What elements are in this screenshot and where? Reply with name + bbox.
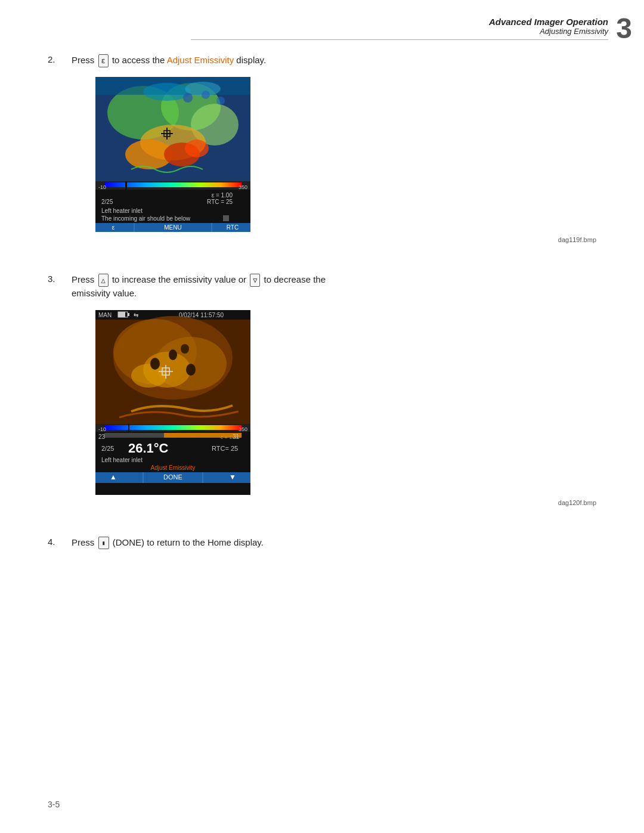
svg-rect-20	[125, 181, 127, 190]
step-2: 2. Press ε to access the Adjust Emissivi…	[48, 54, 596, 255]
svg-text:▲: ▲	[110, 473, 117, 481]
svg-text:RTC = 25: RTC = 25	[207, 199, 233, 205]
svg-point-14	[216, 97, 225, 105]
step3-suffix: emissivity value.	[72, 288, 137, 298]
image-block-1: -10 350 ε = 1.00 2/25 RTC = 25 Left heat…	[95, 77, 596, 243]
svg-text:Adjust Emissivity: Adjust Emissivity	[150, 465, 195, 471]
svg-text:ε = 1.00: ε = 1.00	[212, 192, 233, 199]
svg-text:-10: -10	[98, 184, 106, 190]
svg-rect-31	[223, 215, 229, 221]
chapter-title: Advanced Imager Operation	[489, 17, 608, 27]
chapter-subtitle: Adjusting Emissivity	[191, 27, 608, 36]
step-3-body: Press △ to increase the emissivity value…	[72, 273, 596, 518]
image-1-caption: dag119f.bmp	[95, 236, 596, 243]
svg-text:-10: -10	[98, 426, 106, 432]
svg-point-56	[181, 344, 189, 354]
step-3-text: Press △ to increase the emissivity value…	[72, 273, 596, 301]
svg-text:2/25: 2/25	[101, 445, 114, 452]
svg-text:Left heater inlet: Left heater inlet	[101, 457, 143, 463]
step-4-number: 4.	[48, 536, 72, 547]
svg-point-52	[131, 364, 167, 388]
svg-text:▼: ▼	[229, 473, 236, 481]
step2-suffix: display.	[236, 55, 266, 65]
svg-text:23: 23	[98, 433, 106, 440]
image-block-2: MAN ⇆ 0/02/14 11:57:50	[95, 310, 596, 506]
svg-text:ε = 1.00: ε = 1.00	[221, 434, 240, 440]
step-4-text: Press ▮ (DONE) to return to the Home dis…	[72, 536, 596, 550]
svg-point-12	[183, 93, 193, 103]
svg-rect-19	[104, 182, 242, 187]
svg-text:⇆: ⇆	[134, 312, 138, 318]
step-3-number: 3.	[48, 273, 72, 284]
svg-text:DONE: DONE	[163, 473, 182, 481]
svg-point-13	[202, 91, 210, 99]
svg-text:2/25: 2/25	[101, 199, 113, 205]
svg-text:350: 350	[239, 426, 247, 432]
svg-text:The incoming air should be bel: The incoming air should be below	[101, 215, 191, 222]
svg-text:RTC: RTC	[227, 224, 239, 231]
step-4-body: Press ▮ (DONE) to return to the Home dis…	[72, 536, 596, 550]
svg-point-55	[186, 364, 196, 376]
svg-text:26.1°C: 26.1°C	[128, 441, 169, 456]
step3-middle2: to decrease the	[264, 274, 326, 284]
page-header: Advanced Imager Operation Adjusting Emis…	[191, 17, 608, 40]
step3-up-icon: △	[98, 274, 109, 287]
step-2-number: 2.	[48, 54, 72, 64]
svg-rect-61	[104, 425, 242, 430]
step2-epsilon-icon: ε	[98, 54, 109, 67]
thermal-image-2: MAN ⇆ 0/02/14 11:57:50	[95, 310, 250, 495]
svg-text:RTC= 25: RTC= 25	[212, 445, 238, 452]
page-number: 3-5	[48, 800, 60, 809]
svg-rect-43	[128, 313, 129, 316]
step2-middle: to access the	[112, 55, 167, 65]
step3-down-icon: ▽	[250, 274, 260, 287]
main-content: 2. Press ε to access the Adjust Emissivi…	[48, 54, 596, 567]
step2-highlight: Adjust Emissivity	[167, 55, 234, 65]
chapter-number: 3	[616, 12, 632, 45]
svg-text:350: 350	[239, 184, 247, 190]
step3-middle1: to increase the emissivity value or	[112, 274, 249, 284]
image-2-caption: dag120f.bmp	[95, 499, 596, 506]
step4-done-icon: ▮	[98, 537, 109, 549]
svg-rect-42	[118, 312, 125, 317]
step-2-text: Press ε to access the Adjust Emissivity …	[72, 54, 596, 67]
step-2-body: Press ε to access the Adjust Emissivity …	[72, 54, 596, 255]
svg-text:ε: ε	[112, 224, 115, 231]
step4-press: Press	[72, 537, 94, 547]
svg-rect-67	[104, 433, 164, 438]
step3-press: Press	[72, 274, 94, 284]
step-4: 4. Press ▮ (DONE) to return to the Home …	[48, 536, 596, 550]
svg-text:MENU: MENU	[164, 224, 181, 231]
svg-text:MAN: MAN	[98, 312, 112, 318]
step4-suffix: (DONE) to return to the Home display.	[113, 537, 264, 547]
svg-point-53	[150, 358, 160, 370]
step2-press: Press	[72, 55, 94, 65]
svg-point-8	[185, 140, 209, 157]
step-3: 3. Press △ to increase the emissivity va…	[48, 273, 596, 518]
svg-point-54	[169, 349, 177, 360]
thermal-image-1: -10 350 ε = 1.00 2/25 RTC = 25 Left heat…	[95, 77, 250, 232]
svg-rect-62	[128, 424, 129, 432]
svg-text:Left heater inlet: Left heater inlet	[101, 208, 143, 214]
